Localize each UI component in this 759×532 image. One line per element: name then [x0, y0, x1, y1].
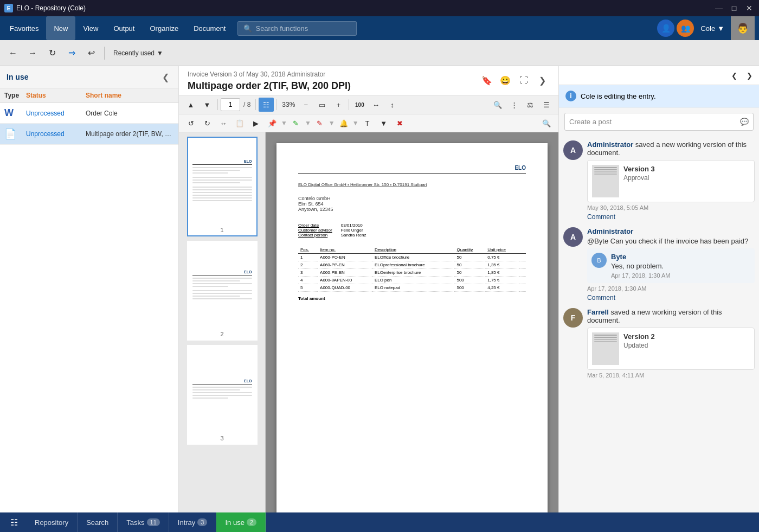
tab-search[interactable]: Search: [78, 512, 118, 532]
rotate-left-button[interactable]: ↺: [183, 116, 198, 130]
menu-favorites[interactable]: Favorites: [2, 16, 46, 40]
layout-button[interactable]: ☰: [539, 98, 554, 112]
bookmark-icon[interactable]: 🔖: [479, 73, 494, 88]
back-button[interactable]: ←: [4, 44, 22, 62]
refresh-button[interactable]: ↻: [43, 44, 61, 62]
copy-button[interactable]: 📋: [232, 116, 247, 130]
actual-size-button[interactable]: 100: [352, 98, 367, 112]
pen-button[interactable]: ✎: [312, 116, 327, 130]
comment-button[interactable]: Comment: [587, 294, 755, 302]
search-box[interactable]: 🔍 Search functions: [237, 21, 357, 36]
rss-button[interactable]: ⋮: [506, 98, 522, 112]
viewer-content: ELO: [179, 132, 558, 512]
feed-time: Apr 17, 2018, 1:30 AM: [587, 285, 755, 292]
search-placeholder: Search functions: [255, 24, 308, 33]
minimize-button[interactable]: —: [713, 3, 724, 14]
tab-inuse[interactable]: In use 2: [216, 512, 266, 532]
grid-icon[interactable]: ☷: [7, 515, 22, 530]
sep: [349, 99, 349, 110]
toolbar-separator: [104, 47, 105, 60]
total-label: Total amount: [298, 296, 526, 301]
nested-time: Apr 17, 2018, 1:30 AM: [611, 272, 670, 279]
thumbnail-1[interactable]: ELO: [187, 137, 258, 236]
forward-button[interactable]: →: [24, 44, 41, 62]
fit-width-button[interactable]: ↔: [368, 98, 383, 112]
user-menu-button[interactable]: Cole ▼: [696, 22, 729, 35]
quick-navigate-button[interactable]: ⇒: [63, 44, 80, 62]
fit-page-button[interactable]: ▭: [314, 98, 330, 112]
toolbar: ← → ↻ ⇒ ↩ Recently used ▼: [0, 40, 759, 66]
nested-avatar: B: [591, 253, 607, 268]
select-tool-button[interactable]: ▶: [248, 116, 263, 130]
menu-view[interactable]: View: [75, 16, 106, 40]
intray-badge: 3: [197, 518, 207, 526]
inuse-badge: 2: [247, 518, 256, 526]
menu-organize[interactable]: Organize: [142, 16, 186, 40]
doc-viewer[interactable]: ELO ELO Digital Office GmbH • Heilbronne…: [266, 132, 558, 512]
menu-bar: Favorites New View Output Organize Docum…: [0, 16, 759, 40]
tab-repository-label: Repository: [35, 518, 68, 527]
collapse-panel-button[interactable]: ❮: [159, 70, 172, 84]
single-page-view-button[interactable]: ☷: [259, 98, 274, 112]
recently-used-button[interactable]: Recently used ▼: [109, 47, 168, 59]
feed-card-info: Version 3 Approval: [623, 165, 750, 197]
close-button[interactable]: ✕: [744, 3, 755, 14]
tab-repository[interactable]: Repository: [26, 512, 78, 532]
feed-content: Administrator saved a new working versio…: [587, 140, 755, 221]
sep: [255, 99, 256, 110]
table-row[interactable]: 📄 Unprocessed Multipage order 2(TIF, BW,…: [0, 124, 178, 145]
nav-forward-icon[interactable]: ❯: [535, 73, 550, 88]
chevron-down-icon: ▼: [717, 24, 724, 33]
menu-new[interactable]: New: [46, 16, 75, 40]
user-icon-orange[interactable]: 👥: [677, 20, 694, 37]
maximize-button[interactable]: □: [729, 3, 739, 14]
row-name: Multipage order 2(TIF, BW, 20...: [86, 130, 174, 138]
thumbnail-panel[interactable]: ELO: [179, 132, 266, 512]
menu-document[interactable]: Document: [186, 16, 233, 40]
scroll-down-button[interactable]: ▼: [200, 98, 215, 112]
fit-height-button[interactable]: ↕: [384, 98, 400, 112]
zoom-in-button[interactable]: +: [331, 98, 346, 112]
thumbnail-2[interactable]: ELO 2: [187, 241, 258, 341]
highlight-button[interactable]: ✎: [288, 116, 304, 130]
invoice-row: 1A060-PO-ENELOffice brochure500,75 €: [298, 254, 526, 261]
nav-forward-icon[interactable]: ❯: [742, 68, 757, 82]
filter-button[interactable]: ⚖: [523, 98, 538, 112]
sticky-note-button[interactable]: 📌: [265, 116, 280, 130]
scroll-up-button[interactable]: ▲: [183, 98, 198, 112]
nested-content: Byte Yes, no problem. Apr 17, 2018, 1:30…: [611, 253, 670, 279]
text-button[interactable]: T: [360, 116, 375, 130]
expand-icon[interactable]: ⛶: [516, 73, 531, 88]
tab-search-label: Search: [86, 518, 108, 527]
post-input[interactable]: Create a post 💬: [564, 113, 754, 131]
page-total: / 8: [243, 101, 250, 108]
stamp-button[interactable]: 🔔: [336, 116, 351, 130]
nested-feed: B Byte Yes, no problem. Apr 17, 2018, 1:…: [587, 248, 755, 283]
info-icon: i: [565, 91, 576, 101]
rotate-right-button[interactable]: ↻: [200, 116, 215, 130]
zoom-out-button[interactable]: −: [298, 98, 313, 112]
thumbnail-num-1: 1: [220, 225, 223, 235]
col-name-header: Short name: [86, 92, 174, 99]
flip-button[interactable]: ↔: [216, 116, 231, 130]
thumbnail-num-3: 3: [220, 433, 223, 444]
nav-back-icon[interactable]: ❮: [726, 68, 742, 82]
tab-tasks[interactable]: Tasks 11: [118, 512, 169, 532]
emoji-icon[interactable]: 😀: [498, 73, 513, 88]
menu-output[interactable]: Output: [106, 16, 142, 40]
table-row[interactable]: W Unprocessed Order Cole: [0, 103, 178, 124]
history-button[interactable]: ↩: [82, 44, 100, 62]
comment-button[interactable]: Comment: [587, 213, 755, 221]
row-status: Unprocessed: [26, 130, 86, 138]
delete-button[interactable]: ✖: [393, 116, 408, 130]
advisor-label: Customer advisor: [298, 228, 341, 233]
title-bar: E ELO - Repository (Cole) — □ ✕: [0, 0, 759, 16]
tab-tasks-label: Tasks: [126, 518, 144, 527]
search-annotations-button[interactable]: 🔍: [539, 116, 554, 130]
find-button[interactable]: 🔍: [490, 98, 505, 112]
thumbnail-3[interactable]: ELO 3: [187, 345, 258, 445]
user-icon-blue[interactable]: 👤: [657, 20, 674, 37]
more-button[interactable]: ▼: [376, 116, 391, 130]
page-input[interactable]: [221, 98, 240, 111]
tab-intray[interactable]: Intray 3: [169, 512, 217, 532]
